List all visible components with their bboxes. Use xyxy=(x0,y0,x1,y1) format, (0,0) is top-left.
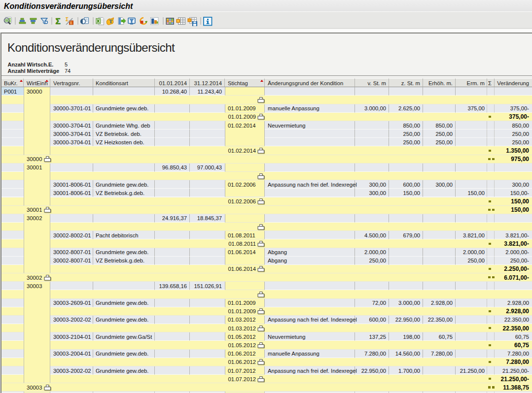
svg-text:Σ: Σ xyxy=(66,17,69,22)
svg-text:T: T xyxy=(109,18,113,24)
svg-text:Σ: Σ xyxy=(70,21,72,25)
svg-text:Σ: Σ xyxy=(56,17,61,26)
